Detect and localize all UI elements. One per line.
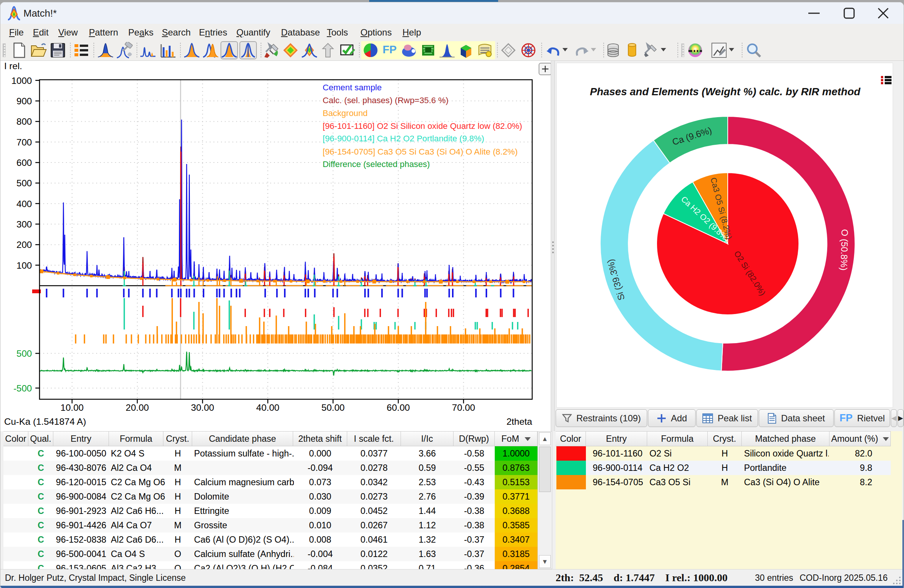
svg-text:200: 200	[17, 240, 32, 250]
svg-text:50.00: 50.00	[321, 402, 345, 413]
svg-text:900: 900	[17, 96, 32, 106]
svg-text:500: 500	[17, 348, 32, 359]
svg-text:20.00: 20.00	[126, 402, 149, 413]
svg-text:30.00: 30.00	[191, 402, 214, 413]
svg-text:800: 800	[17, 117, 32, 126]
svg-text:[96-154-0705] Ca3 O5 Si Ca3 (S: [96-154-0705] Ca3 O5 Si Ca3 (Si O4) O Al…	[322, 147, 518, 156]
svg-text:1000: 1000	[11, 76, 32, 86]
svg-text:300: 300	[17, 219, 32, 229]
svg-text:[96-101-1160] O2 Si Silicon ox: [96-101-1160] O2 Si Silicon oxide Quartz…	[322, 121, 522, 131]
svg-text:[96-900-0114] Ca H2 O2 Portlan: [96-900-0114] Ca H2 O2 Portlandite (9.8%…	[322, 134, 484, 143]
svg-text:2theta: 2theta	[506, 416, 532, 427]
svg-text:70.00: 70.00	[452, 402, 475, 413]
svg-text:I rel.: I rel.	[4, 61, 22, 71]
svg-text:Cement sample: Cement sample	[322, 83, 382, 92]
svg-text:Calc. (sel. phases) (Rwp=35.6: Calc. (sel. phases) (Rwp=35.6 %)	[322, 96, 449, 105]
svg-text:10.00: 10.00	[60, 402, 84, 413]
svg-text:500: 500	[17, 178, 32, 188]
svg-text:60.00: 60.00	[387, 402, 409, 413]
svg-text:O (50.8%): O (50.8%)	[839, 229, 850, 271]
svg-text:Background: Background	[322, 109, 368, 118]
svg-text:Difference (selected phases): Difference (selected phases)	[322, 159, 430, 169]
svg-text:600: 600	[17, 158, 32, 168]
svg-text:-500: -500	[13, 383, 32, 393]
svg-text:400: 400	[17, 199, 32, 209]
svg-text:40.00: 40.00	[256, 402, 279, 413]
svg-text:Cu-Ka (1.541874 A): Cu-Ka (1.541874 A)	[4, 416, 86, 427]
svg-text:100: 100	[17, 260, 32, 271]
svg-text:700: 700	[17, 137, 32, 147]
